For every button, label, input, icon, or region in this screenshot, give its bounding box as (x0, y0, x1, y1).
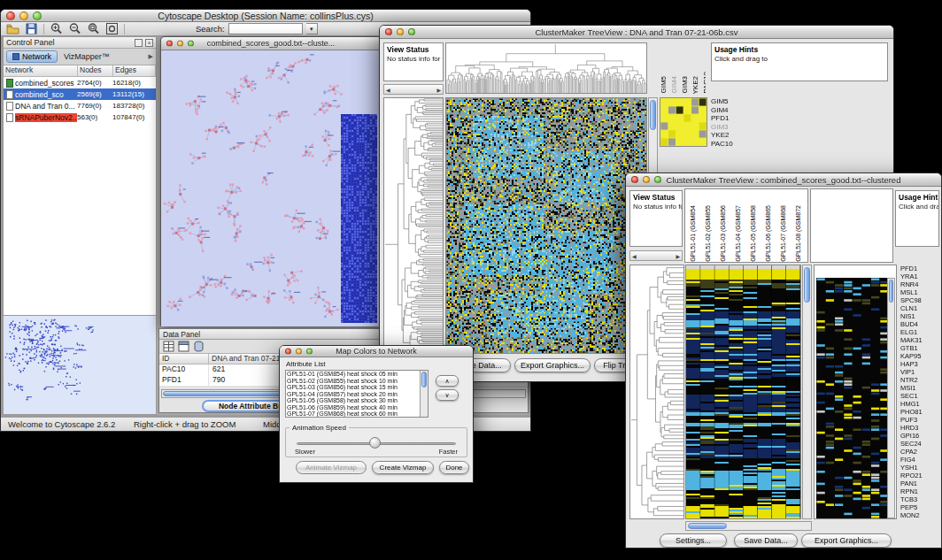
gene-label[interactable]: NTR2 (900, 376, 941, 384)
attribute-item[interactable]: GPL51-04 (GSM857) heat shock 20 min (286, 391, 420, 398)
tree-hscroll-widget[interactable]: ◀ ▶ (383, 84, 444, 95)
close-button[interactable] (385, 28, 392, 35)
zoom-fit-icon[interactable] (105, 22, 119, 35)
gene-label[interactable]: MAK31 (900, 336, 941, 344)
done-button[interactable]: Done (439, 461, 469, 474)
gene-label[interactable]: MSL1 (900, 288, 941, 296)
scroll-right-icon[interactable]: ▶ (676, 253, 680, 259)
rotated-array-label[interactable]: GPL51-08 (GSM872 (794, 205, 803, 262)
zoom-view-vscrollbar[interactable] (887, 278, 895, 518)
zoom-button[interactable] (33, 12, 42, 20)
minimize-button[interactable] (19, 12, 28, 20)
attribute-item[interactable]: GPL51-03 (GSM856) heat shock 15 min (286, 384, 420, 391)
rotated-gene-label[interactable]: YKE2 (691, 76, 700, 94)
gene-label[interactable]: RNR4 (900, 280, 941, 288)
move-up-button[interactable]: ∧ (436, 375, 459, 387)
float-panel-icon[interactable] (135, 39, 143, 47)
export-graphics-button[interactable]: Export Graphics... (801, 533, 892, 548)
animate-vizmap-button[interactable]: Animate Vizmap (296, 461, 367, 474)
gene-label[interactable]: GIM5 (711, 97, 750, 106)
gene-label[interactable]: PFD1 (900, 265, 941, 272)
attribute-item[interactable]: GPL51-01 (GSM854) heat shock 05 min (286, 371, 420, 378)
attribute-item[interactable]: GPL51-05 (GSM858) heat shock 30 min (286, 397, 420, 404)
minimize-button[interactable] (643, 176, 650, 183)
zoom-button[interactable] (654, 176, 661, 183)
network-view-titlebar[interactable]: combined_scores_good.txt--cluste... (161, 37, 381, 50)
gene-label[interactable]: KAP95 (900, 352, 941, 360)
attribute-item[interactable]: GPL51-07 (GSM868) heat shock 60 min (286, 410, 420, 417)
gene-label[interactable]: RPN1 (900, 487, 941, 495)
gene-label[interactable]: HMG1 (900, 400, 941, 408)
rotated-gene-label[interactable]: GIM4 (670, 76, 679, 94)
rotated-gene-label[interactable]: GIM5 (660, 76, 668, 94)
gene-label[interactable]: CLN1 (900, 304, 941, 312)
scroll-left-icon[interactable]: ◀ (632, 253, 637, 259)
rotated-array-label[interactable]: GPL51-02 (GSM855 (704, 205, 713, 262)
gene-label[interactable]: SEC1 (900, 392, 941, 400)
attribute-table-icon[interactable] (163, 341, 174, 352)
gene-label[interactable]: PUF3 (900, 416, 941, 424)
gene-label[interactable]: SPC98 (900, 296, 941, 304)
col-edges[interactable]: Edges (113, 65, 156, 76)
treeview-dna-titlebar[interactable]: ClusterMaker TreeView : DNA and Tran 07-… (380, 26, 893, 39)
gene-label[interactable]: SEC24 (900, 440, 941, 448)
rotated-array-label[interactable]: GPL51-03 (GSM856 (719, 205, 728, 262)
rotated-gene-label[interactable]: GIM3 (681, 76, 690, 94)
settings-button[interactable]: Settings... (660, 533, 727, 548)
create-vizmap-button[interactable]: Create Vizmap (372, 461, 434, 474)
tree-hscroll-widget[interactable]: ◀ ▶ (629, 250, 683, 261)
gene-label[interactable]: VIP1 (900, 368, 941, 376)
gene-label[interactable]: GPI16 (900, 432, 941, 440)
database-icon[interactable] (193, 341, 205, 352)
close-button[interactable] (6, 12, 15, 20)
network-row[interactable]: sRNAPuberNov2... 563(0) 107847(0) (4, 111, 156, 123)
export-graphics-button[interactable]: Export Graphics... (514, 358, 591, 372)
gene-label[interactable]: HAP3 (900, 360, 941, 368)
attribute-item[interactable]: GPL51-02 (GSM855) heat shock 10 min (286, 378, 420, 385)
close-panel-icon[interactable]: × (145, 39, 153, 47)
close-button[interactable] (166, 41, 173, 47)
col-id[interactable]: ID (159, 354, 209, 364)
gene-label[interactable]: FIG4 (900, 456, 941, 464)
open-folder-icon[interactable] (6, 22, 19, 35)
gene-label[interactable]: MON2 (900, 511, 941, 519)
rotated-array-label[interactable]: GPL51-07 (GSM868 (779, 205, 788, 262)
cytoscape-titlebar[interactable]: Cytoscape Desktop (Session Name: collins… (1, 10, 530, 22)
gene-label[interactable]: NIS1 (900, 312, 941, 320)
tab-network[interactable]: Network (6, 50, 58, 63)
speed-slider-thumb[interactable] (369, 437, 381, 449)
gene-label[interactable]: PHO81 (900, 408, 941, 416)
move-down-button[interactable]: ∨ (436, 389, 459, 401)
gene-label[interactable]: HRD3 (900, 424, 941, 432)
network-row[interactable]: combined_scores 2764(0) 16218(0) (4, 77, 156, 88)
tab-vizmapper[interactable]: VizMapper™ (60, 51, 113, 62)
heatmap-vscrollbar[interactable] (802, 265, 812, 519)
gene-label[interactable]: ELG1 (900, 328, 941, 336)
birdseye-canvas[interactable] (4, 316, 156, 413)
heatmap-hscrollbar[interactable] (685, 521, 812, 531)
network-view-canvas[interactable] (161, 50, 381, 326)
gene-label[interactable]: PFD1 (711, 114, 750, 123)
minimize-button[interactable] (177, 41, 183, 47)
network-row[interactable]: combined_sco 2569(8) 13112(15) (4, 88, 156, 100)
gene-label[interactable]: MSI1 (900, 384, 941, 392)
rotated-array-label[interactable]: GPL51-04 (GSM857 (734, 205, 743, 262)
zoom-in-icon[interactable] (50, 22, 63, 35)
heatmap-canvas[interactable] (446, 98, 646, 353)
tab-scroll-right-icon[interactable]: ▶ (149, 53, 153, 60)
gene-label[interactable]: GIM3 (711, 123, 750, 132)
select-attributes-icon[interactable] (178, 341, 189, 352)
gene-label[interactable]: RPO21 (900, 472, 941, 479)
minimize-button[interactable] (397, 28, 404, 35)
row-dendrogram-canvas[interactable] (630, 265, 683, 518)
attribute-list-scrollbar[interactable] (420, 371, 428, 417)
map-colors-titlebar[interactable]: Map Colors to Network (280, 346, 473, 357)
zoom-heatmap-canvas[interactable] (816, 278, 889, 518)
gene-label[interactable]: PAN1 (900, 479, 941, 487)
gene-label[interactable]: TCB3 (900, 495, 941, 503)
zoom-selected-icon[interactable] (87, 22, 100, 35)
column-dendrogram-canvas[interactable] (446, 43, 646, 93)
gene-label[interactable]: GTB1 (900, 344, 941, 352)
rotated-array-label[interactable]: GPL51-06 (GSM865 (764, 205, 773, 262)
gene-label[interactable]: YSH1 (900, 464, 941, 472)
